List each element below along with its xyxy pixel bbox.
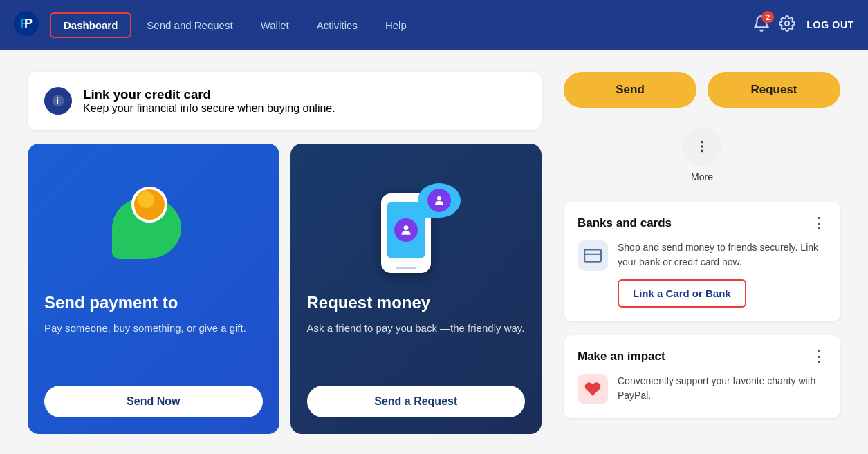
gear-icon bbox=[779, 15, 795, 32]
request-money-card: Request money Ask a friend to pay you ba… bbox=[290, 144, 542, 434]
request-card-title: Request money bbox=[307, 293, 526, 312]
paypal-logo: P P bbox=[14, 11, 39, 39]
three-dots-icon bbox=[694, 139, 710, 154]
svg-text:i: i bbox=[57, 96, 59, 106]
svg-point-3 bbox=[785, 21, 789, 26]
impact-section-icon bbox=[578, 374, 608, 404]
banks-section-icon bbox=[578, 240, 608, 271]
send-now-button[interactable]: Send Now bbox=[44, 386, 263, 417]
action-buttons-row: Send Request bbox=[564, 72, 840, 108]
request-button[interactable]: Request bbox=[708, 72, 840, 108]
send-card-description: Pay someone, buy something, or give a gi… bbox=[44, 321, 263, 369]
nav-item-wallet[interactable]: Wallet bbox=[248, 14, 302, 37]
svg-point-7 bbox=[437, 196, 441, 200]
send-payment-card: Send payment to Pay someone, buy somethi… bbox=[28, 144, 279, 434]
banks-cards-section: Banks and cards ⋮ Shop and send money to… bbox=[564, 202, 840, 321]
impact-section-title: Make an impact bbox=[578, 350, 665, 363]
banks-description: Shop and send money to friends securely.… bbox=[618, 240, 827, 269]
svg-rect-11 bbox=[584, 249, 601, 261]
nav-item-help[interactable]: Help bbox=[373, 14, 419, 37]
settings-button[interactable] bbox=[779, 15, 795, 35]
svg-text:P: P bbox=[24, 17, 33, 30]
info-description: Keep your financial info secure when buy… bbox=[83, 102, 335, 115]
svg-point-6 bbox=[404, 225, 409, 230]
more-button[interactable] bbox=[683, 127, 721, 166]
impact-section: Make an impact ⋮ Conveniently support yo… bbox=[564, 335, 840, 418]
info-text: Link your credit card Keep your financia… bbox=[83, 87, 335, 115]
svg-point-8 bbox=[701, 141, 703, 144]
more-label: More bbox=[691, 171, 713, 182]
logout-button[interactable]: LOG OUT bbox=[806, 19, 854, 30]
request-card-description: Ask a friend to pay you back —the friend… bbox=[307, 321, 526, 369]
info-title: Link your credit card bbox=[83, 87, 335, 102]
send-button[interactable]: Send bbox=[564, 72, 696, 108]
nav-item-dashboard[interactable]: Dashboard bbox=[50, 12, 131, 38]
info-icon: i bbox=[44, 87, 72, 115]
send-card-title: Send payment to bbox=[44, 293, 263, 312]
impact-more-dots[interactable]: ⋮ bbox=[811, 349, 827, 364]
navbar: P P Dashboard Send and Request Wallet Ac… bbox=[0, 0, 868, 50]
nav-item-send-request[interactable]: Send and Request bbox=[134, 14, 245, 37]
impact-description: Conveniently support your favorite chari… bbox=[618, 374, 827, 403]
svg-point-9 bbox=[701, 145, 703, 148]
send-request-button[interactable]: Send a Request bbox=[307, 386, 526, 417]
nav-item-activities[interactable]: Activities bbox=[304, 14, 370, 37]
banks-more-dots[interactable]: ⋮ bbox=[811, 216, 827, 231]
info-banner: i Link your credit card Keep your financ… bbox=[28, 72, 542, 130]
svg-point-10 bbox=[701, 150, 703, 153]
notification-bell[interactable]: 2 bbox=[752, 15, 770, 35]
notification-badge: 2 bbox=[761, 11, 774, 23]
link-card-bank-button[interactable]: Link a Card or Bank bbox=[618, 279, 746, 308]
more-section: More bbox=[564, 122, 840, 188]
banks-section-title: Banks and cards bbox=[578, 216, 672, 230]
